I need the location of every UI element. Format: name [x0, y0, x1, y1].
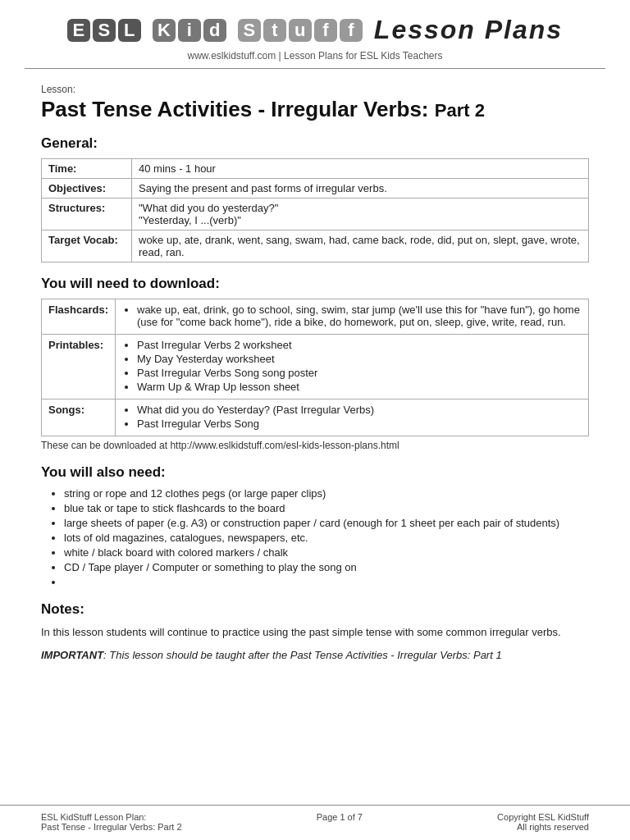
logo-s: S	[93, 19, 116, 42]
table-row-time: Time: 40 mins - 1 hour	[42, 159, 589, 179]
logo-box: E S L K i d S t u f f Lesson Plans	[67, 15, 563, 45]
list-item: Past Irregular Verbs Song song poster	[137, 367, 582, 379]
header: E S L K i d S t u f f Lesson Plans www	[0, 0, 630, 69]
logo-d: d	[203, 19, 226, 42]
download-note: These can be downloaded at http://www.es…	[41, 440, 589, 451]
list-item: CD / Tape player / Computer or something…	[64, 561, 589, 573]
logo-i: i	[178, 19, 201, 42]
list-item: string or rope and 12 clothes pegs (or l…	[64, 487, 589, 500]
flashcards-label: Flashcards:	[42, 299, 116, 335]
download-heading: You will need to download:	[41, 276, 589, 292]
notes-body: In this lesson students will continue to…	[41, 624, 589, 641]
lesson-label: Lesson:	[41, 84, 589, 95]
footer-left: ESL KidStuff Lesson Plan: Past Tense - I…	[41, 812, 182, 832]
logo-u: u	[289, 19, 312, 42]
also-need-heading: You will also need:	[41, 464, 589, 481]
download-songs-row: Songs: What did you do Yesterday? (Past …	[42, 399, 589, 436]
structures-value: "What did you do yesterday?" "Yesterday,…	[132, 199, 589, 231]
table-row-structures: Structures: "What did you do yesterday?"…	[42, 199, 589, 231]
list-item: My Day Yesterday worksheet	[137, 353, 582, 365]
page: E S L K i d S t u f f Lesson Plans www	[0, 0, 630, 840]
table-row-vocab: Target Vocab: woke up, ate, drank, went,…	[42, 231, 589, 262]
logo-e: E	[67, 19, 90, 42]
also-need-list: string or rope and 12 clothes pegs (or l…	[41, 487, 589, 588]
lesson-title: Past Tense Activities - Irregular Verbs:…	[41, 97, 589, 122]
notes-important: IMPORTANT: This lesson should be taught …	[41, 647, 589, 664]
main-content: Lesson: Past Tense Activities - Irregula…	[0, 69, 630, 805]
time-value: 40 mins - 1 hour	[132, 159, 589, 179]
logo-l: L	[118, 19, 141, 42]
logo-t: t	[263, 19, 286, 42]
objectives-label: Objectives:	[42, 179, 132, 199]
footer-center: Page 1 of 7	[317, 812, 363, 832]
list-item: Past Irregular Verbs Song	[137, 418, 582, 430]
printables-label: Printables:	[42, 335, 116, 399]
footer-right: Copyright ESL KidStuff All rights reserv…	[497, 812, 589, 832]
flashcards-value: wake up, eat, drink, go to school, sing,…	[116, 299, 589, 335]
general-table: Time: 40 mins - 1 hour Objectives: Sayin…	[41, 158, 589, 262]
printables-value: Past Irregular Verbs 2 worksheet My Day …	[116, 335, 589, 399]
download-table: Flashcards: wake up, eat, drink, go to s…	[41, 299, 589, 436]
songs-value: What did you do Yesterday? (Past Irregul…	[116, 399, 589, 436]
notes-heading: Notes:	[41, 601, 589, 618]
table-row-objectives: Objectives: Saying the present and past …	[42, 179, 589, 199]
general-heading: General:	[41, 135, 589, 152]
vocab-label: Target Vocab:	[42, 231, 132, 262]
list-item: Warm Up & Wrap Up lesson sheet	[137, 381, 582, 393]
time-label: Time:	[42, 159, 132, 179]
header-top: E S L K i d S t u f f Lesson Plans	[67, 15, 563, 45]
logo-lesson-plans: Lesson Plans	[374, 15, 563, 45]
download-printables-row: Printables: Past Irregular Verbs 2 works…	[42, 335, 589, 399]
logo-s2: S	[238, 19, 261, 42]
list-item: large sheets of paper (e.g. A3) or const…	[64, 517, 589, 529]
list-item: wake up, eat, drink, go to school, sing,…	[137, 304, 582, 328]
list-item: What did you do Yesterday? (Past Irregul…	[137, 404, 582, 416]
list-item: white / black board with colored markers…	[64, 546, 589, 559]
objectives-value: Saying the present and past forms of irr…	[132, 179, 589, 199]
subtitle-bar: www.eslkidstuff.com | Lesson Plans for E…	[187, 50, 442, 62]
list-item	[64, 576, 589, 588]
list-item: Past Irregular Verbs 2 worksheet	[137, 339, 582, 351]
logo-f2: f	[340, 19, 363, 42]
logo-f: f	[314, 19, 337, 42]
logo-k: K	[153, 19, 176, 42]
songs-label: Songs:	[42, 399, 116, 436]
vocab-value: woke up, ate, drank, went, sang, swam, h…	[132, 231, 589, 262]
list-item: lots of old magazines, catalogues, newsp…	[64, 532, 589, 544]
download-flashcards-row: Flashcards: wake up, eat, drink, go to s…	[42, 299, 589, 335]
footer: ESL KidStuff Lesson Plan: Past Tense - I…	[0, 805, 630, 840]
structures-label: Structures:	[42, 199, 132, 231]
list-item: blue tak or tape to stick flashcards to …	[64, 502, 589, 514]
